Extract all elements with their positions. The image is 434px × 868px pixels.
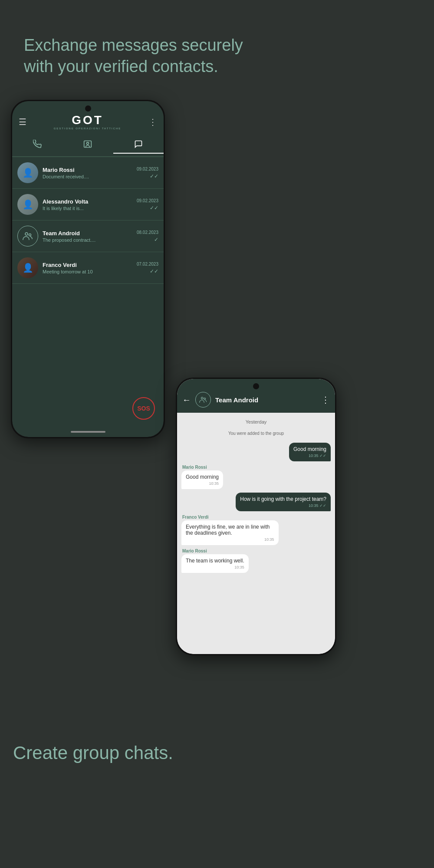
contact-info: Team Android The proposed contract.... [43,230,137,243]
back-button[interactable]: ← [182,395,191,405]
contact-name: Team Android [43,230,137,237]
phone-2: ← Team Android ⋮ Yesterday You were adde… [176,378,336,655]
chat-title: Team Android [215,396,317,404]
contact-name: Alessandro Volta [43,198,137,205]
chat-more-options-icon[interactable]: ⋮ [321,395,330,405]
message-time: 10:35 ✓✓ [293,454,326,458]
svg-point-5 [204,398,206,400]
more-options-icon[interactable]: ⋮ [148,117,157,127]
read-check-icon: ✓✓ [150,205,158,211]
contact-meta: 07.02.2023 ✓✓ [137,262,158,274]
message-time: 10:35 [186,481,219,486]
contact-info: Alessandro Volta It is likely that it is… [43,198,137,211]
hero-title: Exchange messages securely with your ver… [24,35,250,78]
contact-info: Mario Rossi Document received.... [43,167,137,179]
read-check-icon: ✓✓ [150,173,158,179]
contact-meta: 09.02.2023 ✓✓ [137,198,158,211]
tab-phone[interactable] [12,138,62,153]
message-time: 10:35 [186,537,274,542]
avatar-face: 👤 [17,257,38,278]
phone-notch-2 [253,383,259,389]
contact-message: Meeting tomorrow at 10 [43,269,137,274]
list-item[interactable]: 👤 Mario Rossi Document received.... 09.0… [12,157,164,189]
avatar: 👤 [17,162,38,183]
list-item[interactable]: 👤 Alessandro Volta It is likely that it … [12,189,164,220]
sos-button[interactable]: SOS [132,397,155,420]
home-bar [71,431,105,433]
contact-date: 09.02.2023 [137,198,158,203]
message-sender: Mario Rossi [181,549,249,553]
message-bubble-received: Mario Rossi Good morning 10:35 [181,465,223,489]
avatar-face: 👤 [17,194,38,215]
got-logo: GOT GESTIONE OPERAZIONI TATTICHE [54,114,122,130]
list-item[interactable]: 👤 Franco Verdi Meeting tomorrow at 10 07… [12,252,164,284]
contact-date: 07.02.2023 [137,262,158,266]
contact-message: The proposed contract.... [43,237,137,243]
contact-list: 👤 Mario Rossi Document received.... 09.0… [12,157,164,284]
create-group-title: Create group chats. [13,742,173,764]
contact-date: 09.02.2023 [137,167,158,171]
avatar: 👤 [17,257,38,278]
contact-name: Mario Rossi [43,167,137,173]
message-bubble-received: Mario Rossi The team is working well. 10… [181,549,249,573]
logo-subtitle: GESTIONE OPERAZIONI TATTICHE [54,127,122,130]
system-message: You were added to the group [181,431,331,436]
message-text: The team is working well. 10:35 [181,554,249,573]
phone-notch [85,105,91,112]
svg-point-1 [87,142,89,145]
contact-date: 08.02.2023 [137,230,158,235]
contact-meta: 08.02.2023 ✓ [137,230,158,243]
message-sender: Mario Rossi [181,465,223,470]
contact-message: It is likely that it is... [43,206,137,211]
hamburger-icon[interactable]: ☰ [19,117,26,127]
chat-body: Yesterday You were added to the group Go… [177,413,335,654]
list-item[interactable]: Team Android The proposed contract.... 0… [12,220,164,252]
logo-text: GOT [72,114,103,126]
svg-point-3 [29,234,31,236]
phone-1: ☰ GOT GESTIONE OPERAZIONI TATTICHE ⋮ [11,100,165,438]
message-bubble-sent: Good morning 10:35 ✓✓ [289,443,331,461]
group-avatar-icon [17,226,38,247]
message-text: How is it going with the project team? [240,496,326,502]
tab-contacts[interactable] [62,138,113,153]
message-text: Everything is fine, we are in line with … [181,520,279,545]
message-sender: Franco Verdi [181,515,279,519]
message-text: Good morning 10:35 [181,470,223,489]
contact-name: Franco Verdi [43,262,137,268]
tab-chat[interactable] [113,138,164,154]
tab-bar [12,134,164,157]
message-time: 10:35 ✓✓ [240,503,326,508]
contact-message: Document received.... [43,174,137,179]
contact-info: Franco Verdi Meeting tomorrow at 10 [43,262,137,274]
contact-meta: 09.02.2023 ✓✓ [137,167,158,179]
message-bubble-received: Franco Verdi Everything is fine, we are … [181,515,279,545]
read-check-icon: ✓ [154,237,158,243]
message-text: Good morning [293,446,326,452]
read-check-icon: ✓✓ [150,268,158,274]
chat-date-label: Yesterday [181,419,331,424]
message-time: 10:35 [186,565,244,569]
chat-group-icon [195,392,211,408]
svg-point-4 [201,397,204,399]
message-bubble-sent: How is it going with the project team? 1… [236,493,331,511]
avatar-face: 👤 [17,162,38,183]
svg-point-2 [25,233,28,235]
avatar: 👤 [17,194,38,215]
